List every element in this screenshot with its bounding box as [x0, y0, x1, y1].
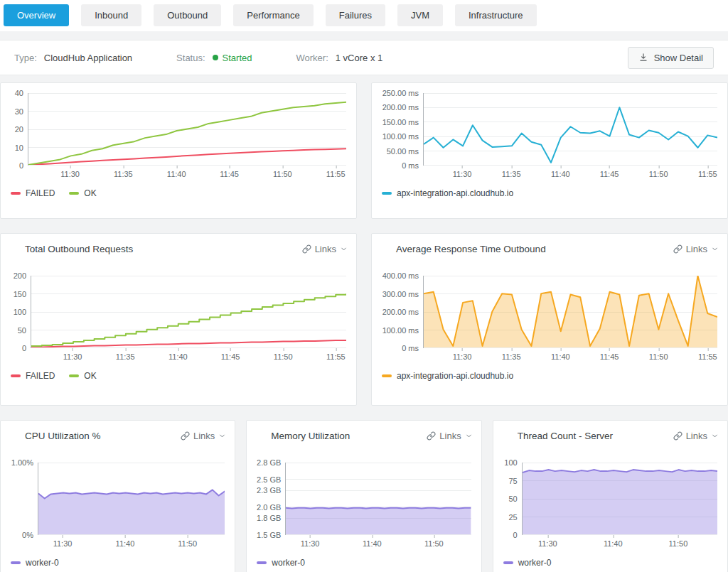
y-tick-label: 2.3 GB [257, 486, 281, 495]
cpu-utilization-legend: worker-0 [1, 551, 235, 568]
links-label: Links [686, 431, 707, 441]
chart-title: Average Response Time Outbound [396, 244, 546, 254]
total-outbound-requests-chart: 05010015020011:3011:3511:4011:4511:5011:… [1, 276, 356, 364]
memory-utilization-card: Memory Utilization Links 1.5 GB1.8 GB2.0… [246, 420, 481, 572]
links-dropdown[interactable]: Links [302, 244, 348, 254]
links-label: Links [193, 431, 215, 441]
inbound-response-time-legend: apx-integration-api.cloudhub.io [372, 181, 727, 198]
legend-item[interactable]: OK [69, 188, 96, 198]
x-tick-label: 11:50 [178, 539, 197, 548]
status-group: Status: Started [176, 53, 252, 63]
inbound-requests-chart: 01020304011:3011:3511:4011:4511:5011:55 [1, 93, 356, 181]
y-tick-label: 1.5 GB [257, 531, 281, 539]
x-tick-label: 11:35 [116, 352, 135, 361]
legend-marker-icon [382, 374, 392, 377]
status-dot-icon [213, 55, 218, 60]
show-detail-button[interactable]: Show Detail [628, 47, 714, 69]
y-tick-label: 50 [18, 326, 26, 335]
x-axis: 11:3011:3511:4011:4511:5011:55 [423, 166, 717, 181]
x-tick-label: 11:50 [424, 539, 444, 548]
legend-marker-icon [69, 374, 79, 377]
legend-label: apx-integration-api.cloudhub.io [397, 188, 513, 198]
x-tick-label: 11:45 [220, 170, 239, 178]
chevron-down-icon [711, 245, 719, 253]
cpu-utilization-card: CPU Utilization % Links 0%1.00%11:3011:4… [0, 420, 235, 572]
legend-item[interactable]: apx-integration-api.cloudhub.io [382, 371, 513, 381]
app-info-bar: Type: CloudHub Application Status: Start… [0, 40, 728, 75]
x-tick-label: 11:50 [274, 352, 293, 361]
links-dropdown[interactable]: Links [427, 431, 472, 441]
y-tick-label: 0 ms [402, 344, 419, 352]
avg-response-time-outbound-legend: apx-integration-api.cloudhub.io [372, 364, 727, 381]
y-tick-label: 30 [15, 107, 23, 116]
y-tick-label: 200.00 ms [382, 103, 419, 112]
type-group: Type: CloudHub Application [14, 53, 132, 63]
y-tick-label: 300.00 ms [382, 290, 419, 298]
x-tick-label: 11:40 [363, 539, 382, 548]
legend-marker-icon [11, 374, 21, 377]
y-tick-label: 200 [14, 271, 26, 280]
y-axis: 0%1.00% [6, 463, 38, 535]
chevron-down-icon [218, 432, 226, 440]
y-tick-label: 0 ms [402, 161, 419, 170]
x-tick-label: 11:45 [600, 352, 619, 361]
legend-item[interactable]: apx-integration-api.cloudhub.io [382, 188, 513, 198]
x-tick-label: 11:30 [63, 352, 82, 361]
x-tick-label: 11:40 [167, 170, 186, 178]
plot-area [28, 93, 346, 166]
y-tick-label: 0 [513, 531, 518, 539]
links-dropdown[interactable]: Links [181, 431, 226, 441]
tab-infrastructure[interactable]: Infrastructure [455, 4, 537, 26]
total-outbound-requests-card: Total Outbound Requests Links 0501001502… [0, 233, 357, 406]
worker-value: 1 vCore x 1 [336, 53, 382, 63]
links-dropdown[interactable]: Links [673, 244, 719, 254]
legend-item[interactable]: worker-0 [11, 558, 59, 568]
y-tick-label: 0% [22, 531, 33, 539]
links-dropdown[interactable]: Links [673, 431, 719, 441]
x-tick-label: 11:30 [453, 352, 472, 361]
x-tick-label: 11:55 [698, 352, 717, 361]
y-axis: 0 ms50.00 ms100.00 ms150.00 ms200.00 ms2… [378, 93, 423, 166]
y-tick-label: 100.00 ms [382, 326, 419, 335]
tab-overview[interactable]: Overview [4, 4, 69, 26]
tab-jvm[interactable]: JVM [397, 4, 443, 26]
x-tick-label: 11:55 [698, 170, 717, 178]
y-tick-label: 100.00 ms [382, 132, 419, 141]
legend-label: OK [84, 188, 96, 198]
legend-item[interactable]: worker-0 [257, 558, 305, 568]
x-axis: 11:3011:3511:4011:4511:5011:55 [28, 166, 346, 181]
link-icon [181, 431, 190, 441]
y-axis: 010203040 [6, 93, 28, 166]
link-icon [302, 244, 311, 254]
links-label: Links [686, 244, 707, 254]
x-tick-label: 11:30 [53, 539, 73, 548]
x-tick-label: 11:45 [600, 170, 619, 178]
inbound-requests-legend: FAILEDOK [1, 181, 356, 198]
worker-label: Worker: [296, 53, 328, 63]
plot-area [285, 463, 471, 535]
legend-marker-icon [503, 561, 513, 564]
legend-item[interactable]: OK [69, 371, 96, 381]
legend-label: apx-integration-api.cloudhub.io [397, 371, 513, 381]
y-tick-label: 200.00 ms [382, 308, 419, 316]
avg-response-time-outbound-card: Average Response Time Outbound Links 0 m… [371, 233, 728, 406]
x-tick-label: 11:30 [60, 170, 80, 178]
tab-failures[interactable]: Failures [326, 4, 385, 26]
tab-outbound[interactable]: Outbound [154, 4, 221, 26]
x-tick-label: 11:40 [551, 352, 570, 361]
y-axis: 050100150200 [6, 276, 31, 348]
legend-item[interactable]: worker-0 [503, 558, 552, 568]
y-tick-label: 150.00 ms [382, 118, 419, 126]
x-tick-label: 11:35 [114, 170, 133, 178]
legend-item[interactable]: FAILED [11, 371, 55, 381]
tab-performance[interactable]: Performance [233, 4, 313, 26]
link-icon [673, 244, 682, 254]
y-tick-label: 250.00 ms [382, 89, 419, 97]
legend-item[interactable]: FAILED [11, 188, 55, 198]
status-label: Status: [176, 53, 205, 63]
x-axis: 11:3011:3511:4011:4511:5011:55 [31, 348, 346, 364]
tab-inbound[interactable]: Inbound [81, 4, 141, 26]
x-tick-label: 11:50 [649, 352, 668, 361]
legend-marker-icon [382, 192, 392, 195]
x-tick-label: 11:30 [301, 539, 320, 548]
